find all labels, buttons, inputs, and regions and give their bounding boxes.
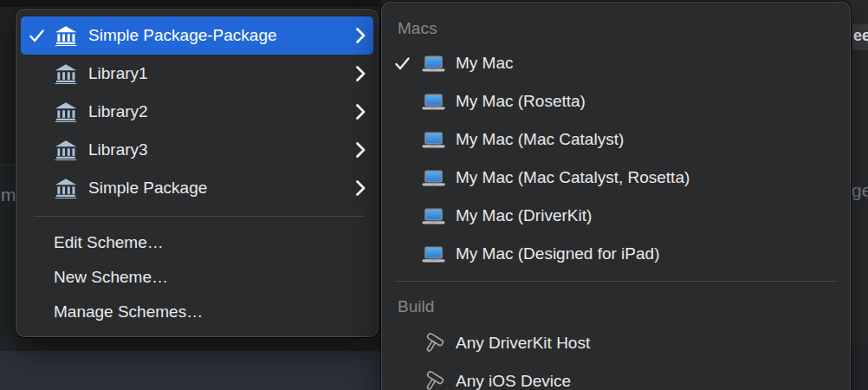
background-text-fragment-right: ge: [852, 180, 868, 201]
background-top-strip: [0, 0, 381, 7]
chevron-right-icon: [356, 180, 366, 196]
destination-label: My Mac (Rosetta): [456, 92, 836, 111]
menu-separator: [396, 281, 836, 282]
destination-label: My Mac (DriverKit): [456, 206, 836, 225]
destination-label: My Mac: [456, 54, 836, 73]
destination-label: My Mac (Designed for iPad): [456, 244, 836, 263]
scheme-library-icon: [54, 140, 78, 160]
scheme-library-icon: [54, 101, 78, 122]
scheme-library-icon: [54, 25, 78, 46]
destination-item-my-mac-mac-catalyst-rosetta[interactable]: My Mac (Mac Catalyst, Rosetta): [382, 159, 850, 197]
scheme-menu: Simple Package-Package Library1 Library2: [16, 9, 379, 337]
destination-label: My Mac (Mac Catalyst): [456, 130, 836, 149]
background-bottom-strip: [0, 351, 381, 390]
destination-item-my-mac-rosetta[interactable]: My Mac (Rosetta): [382, 82, 850, 120]
section-header-macs: Macs: [382, 13, 850, 44]
edit-scheme-item[interactable]: Edit Scheme…: [16, 225, 378, 260]
scheme-item-label: Library2: [88, 102, 349, 121]
checkmark-icon: [395, 57, 414, 70]
scheme-item-label: Library3: [88, 140, 349, 159]
scheme-item-library1[interactable]: Library1: [21, 55, 373, 93]
scheme-item-simple-package-package[interactable]: Simple Package-Package: [21, 16, 373, 55]
scheme-item-label: Simple Package-Package: [88, 26, 349, 45]
action-label: Edit Scheme…: [54, 233, 364, 252]
scheme-item-label: Simple Package: [88, 179, 349, 198]
destination-label: Any DriverKit Host: [456, 334, 836, 353]
destination-label: My Mac (Mac Catalyst, Rosetta): [456, 168, 836, 187]
menu-separator: [34, 216, 364, 217]
destination-item-any-driverkit-host[interactable]: Any DriverKit Host: [382, 324, 850, 362]
checkmark-icon: [29, 29, 49, 42]
hammer-icon: [421, 332, 445, 354]
chevron-right-icon: [356, 66, 366, 81]
new-scheme-item[interactable]: New Scheme…: [16, 260, 378, 295]
scheme-item-simple-package[interactable]: Simple Package: [21, 169, 373, 207]
manage-schemes-item[interactable]: Manage Schemes…: [16, 295, 378, 329]
chevron-right-icon: [356, 28, 366, 43]
chevron-right-icon: [356, 104, 366, 120]
macbook-icon: [421, 246, 445, 263]
destination-label: Any iOS Device: [456, 372, 836, 390]
macbook-icon: [421, 208, 445, 224]
macbook-icon: [421, 132, 445, 148]
background-text-fragment-top-right: ee: [853, 27, 868, 45]
background-right-bottom: [851, 345, 868, 390]
scheme-library-icon: [54, 178, 78, 198]
destination-item-my-mac[interactable]: My Mac: [382, 44, 850, 82]
destination-item-any-ios-device[interactable]: Any iOS Device: [382, 362, 850, 390]
macbook-icon: [421, 94, 445, 110]
scheme-item-label: Library1: [88, 64, 349, 83]
macbook-icon: [421, 170, 445, 186]
section-header-build: Build: [382, 289, 850, 324]
action-label: New Scheme…: [54, 268, 364, 287]
macbook-icon: [421, 55, 445, 72]
destination-item-my-mac-mac-catalyst[interactable]: My Mac (Mac Catalyst): [382, 120, 850, 159]
destination-item-my-mac-designed-for-ipad[interactable]: My Mac (Designed for iPad): [382, 235, 850, 273]
chevron-right-icon: [356, 142, 366, 158]
destination-item-my-mac-driverkit[interactable]: My Mac (DriverKit): [382, 197, 850, 235]
scheme-item-library3[interactable]: Library3: [21, 131, 373, 169]
scheme-item-library2[interactable]: Library2: [21, 93, 373, 131]
destination-menu: Macs My Mac My Mac (Rosetta) My Mac (Mac…: [381, 2, 851, 390]
hammer-icon: [421, 370, 445, 390]
action-label: Manage Schemes…: [54, 302, 364, 322]
scheme-library-icon: [54, 63, 78, 84]
background-left-column: [0, 7, 16, 165]
